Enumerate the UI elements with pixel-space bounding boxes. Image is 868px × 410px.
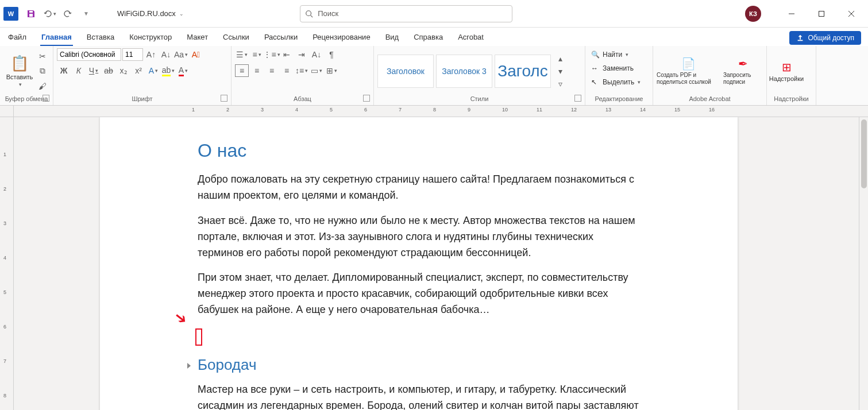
styles-launcher[interactable] [574, 95, 581, 102]
clear-formatting-button[interactable]: A⃠ [189, 48, 203, 61]
replace-button[interactable]: ↔Заменить [589, 62, 636, 75]
group-styles-label: Стили [470, 95, 489, 102]
decrease-indent-button[interactable]: ⇤ [280, 48, 294, 61]
document-area[interactable]: О нас Добро пожаловать на эту секретную … [14, 117, 859, 410]
tab-view[interactable]: Вид [384, 30, 400, 46]
superscript-button[interactable]: x² [132, 64, 145, 77]
italic-button[interactable]: К [72, 64, 86, 77]
bullets-button[interactable]: ☰▾ [235, 48, 249, 61]
highlight-button[interactable]: ab▾ [161, 64, 175, 77]
tab-design[interactable]: Конструктор [128, 30, 173, 46]
ruler-horizontal[interactable]: 1 2 3 4 5 6 7 8 9 10 11 12 13 14 15 16 [0, 106, 868, 117]
search-placeholder: Поиск [318, 9, 338, 18]
align-left-button[interactable]: ≡ [235, 64, 249, 77]
addins-button[interactable]: ⊞ Надстройки [770, 51, 803, 92]
multilevel-button[interactable]: ⋮≡▾ [265, 48, 279, 61]
font-name-input[interactable] [57, 48, 121, 61]
copy-button[interactable]: ⧉ [36, 65, 49, 78]
group-clipboard-label: Буфер обмена [5, 95, 48, 102]
align-center-button[interactable]: ≡ [250, 64, 264, 77]
clipboard-launcher[interactable] [43, 95, 49, 102]
undo-button[interactable]: ▾ [41, 6, 57, 22]
style-heading3[interactable]: Заголовок 3 [436, 55, 492, 88]
qat-customize-button[interactable]: ▼ [78, 6, 94, 22]
search-input[interactable]: Поиск [300, 5, 512, 22]
change-case-button[interactable]: Aa▾ [174, 48, 188, 61]
line-spacing-button[interactable]: ↕≡▾ [295, 64, 308, 77]
align-right-button[interactable]: ≡ [265, 64, 279, 77]
font-color-button[interactable]: A▾ [176, 64, 190, 77]
collapse-triangle-icon[interactable] [187, 363, 191, 369]
bold-button[interactable]: Ж [57, 64, 71, 77]
save-button[interactable] [23, 6, 39, 22]
style-title[interactable]: Заголс [495, 55, 551, 88]
search-icon: 🔍 [591, 51, 600, 59]
tab-insert[interactable]: Вставка [86, 30, 115, 46]
tab-file[interactable]: Файл [7, 30, 28, 46]
tab-review[interactable]: Рецензирование [311, 30, 371, 46]
tab-home[interactable]: Главная [40, 30, 73, 46]
heading-2: Бородач [198, 356, 640, 374]
styles-scroll-up[interactable]: ▴ [553, 52, 567, 65]
font-launcher[interactable] [221, 95, 227, 102]
styles-expand[interactable]: ▿ [553, 78, 567, 90]
svg-rect-3 [819, 11, 824, 16]
request-sign-button[interactable]: ✒ Запросить подписи [723, 51, 762, 92]
strike-button[interactable]: ab [102, 64, 115, 77]
addins-icon: ⊞ [782, 60, 792, 74]
create-pdf-button[interactable]: 📄 Создать PDF и поделиться ссылкой [657, 51, 720, 92]
share-button[interactable]: Общий доступ [789, 31, 861, 45]
search-icon [305, 10, 313, 18]
close-button[interactable] [838, 5, 865, 23]
tab-mailings[interactable]: Рассылки [263, 30, 299, 46]
minimize-button[interactable] [778, 5, 805, 23]
cursor-icon: ↖ [591, 78, 600, 86]
ribbon: 📋 Вставить ▾ ✂ ⧉ 🖌 Буфер обмена A↑ A↓ Aa… [0, 46, 868, 106]
group-acrobat-label: Adobe Acrobat [657, 94, 763, 104]
search-container: Поиск [300, 5, 512, 22]
show-marks-button[interactable]: ¶ [325, 48, 338, 61]
vertical-scrollbar[interactable] [859, 117, 868, 410]
styles-scroll-down[interactable]: ▾ [553, 65, 567, 78]
scrollbar-thumb[interactable] [861, 119, 867, 188]
paragraph: Знает всё. Даже то, что не нужно или был… [198, 213, 640, 261]
shading-button[interactable]: ▭▾ [310, 64, 323, 77]
increase-font-button[interactable]: A↑ [144, 48, 158, 61]
style-heading1[interactable]: Заголовок [377, 55, 434, 88]
numbering-button[interactable]: ≡▾ [250, 48, 264, 61]
group-editing: 🔍Найти▾ ↔Заменить ↖Выделить▾ Редактирова… [585, 46, 653, 105]
find-button[interactable]: 🔍Найти▾ [589, 48, 631, 61]
share-icon [796, 34, 804, 42]
justify-button[interactable]: ≡ [280, 64, 294, 77]
paragraph-launcher[interactable] [363, 95, 370, 102]
tab-layout[interactable]: Макет [186, 30, 209, 46]
paste-button[interactable]: 📋 Вставить ▾ [3, 51, 36, 92]
annotation-cursor-box [195, 328, 202, 346]
sort-button[interactable]: A↓ [310, 48, 323, 61]
chevron-down-icon: ▾ [19, 82, 22, 87]
tab-help[interactable]: Справка [412, 30, 444, 46]
group-acrobat: 📄 Создать PDF и поделиться ссылкой ✒ Зап… [653, 46, 767, 105]
underline-button[interactable]: Ч▾ [87, 64, 101, 77]
tab-acrobat[interactable]: Acrobat [457, 30, 485, 46]
decrease-font-button[interactable]: A↓ [159, 48, 173, 61]
redo-button[interactable] [60, 6, 76, 22]
font-size-input[interactable] [122, 48, 143, 61]
page[interactable]: О нас Добро пожаловать на эту секретную … [100, 117, 738, 410]
tab-references[interactable]: Ссылки [222, 30, 250, 46]
filename[interactable]: WiFiGiD.RU.docx ⌄ [117, 9, 184, 18]
group-addins: ⊞ Надстройки Надстройки [767, 46, 816, 105]
format-painter-button[interactable]: 🖌 [36, 80, 49, 92]
subscript-button[interactable]: x₂ [117, 64, 130, 77]
increase-indent-button[interactable]: ⇥ [295, 48, 308, 61]
ruler-vertical[interactable]: 1 2 3 4 5 6 7 8 [0, 117, 14, 410]
quick-access-toolbar: ▾ ▼ [23, 6, 94, 22]
group-clipboard: 📋 Вставить ▾ ✂ ⧉ 🖌 Буфер обмена [0, 46, 53, 105]
select-button[interactable]: ↖Выделить▾ [589, 76, 643, 88]
maximize-button[interactable] [808, 5, 835, 23]
group-font: A↑ A↓ Aa▾ A⃠ Ж К Ч▾ ab x₂ x² A▾ ab▾ A▾ Ш… [53, 46, 232, 105]
user-avatar[interactable]: КЗ [745, 6, 761, 22]
borders-button[interactable]: ⊞▾ [325, 64, 338, 77]
text-effects-button[interactable]: A▾ [146, 64, 160, 77]
cut-button[interactable]: ✂ [36, 50, 49, 63]
